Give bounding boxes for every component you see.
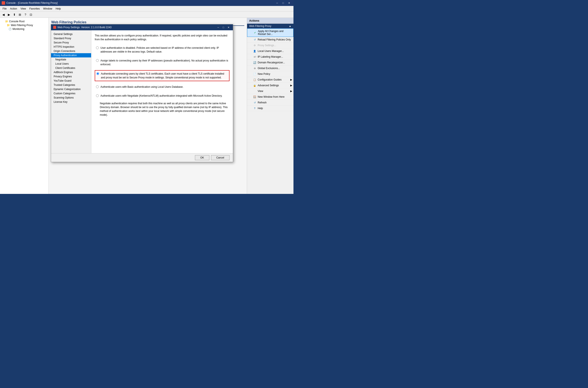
action-view[interactable]: View ▶ — [247, 88, 293, 94]
sidebar-proxy-authentication[interactable]: Proxy Authentication — [51, 53, 91, 57]
action-new-policy[interactable]: 📄 New Policy — [247, 71, 293, 77]
ok-button[interactable]: OK — [195, 155, 209, 160]
dialog-close[interactable]: ✕ — [226, 25, 231, 29]
action-label: New Window from Here — [258, 95, 284, 98]
content-area: Web Filtering Policies Web Proxy Setting… — [49, 18, 247, 194]
help-button[interactable]: ? — [23, 12, 28, 17]
action-label: Configuration Guides — [258, 78, 282, 81]
action-label: Local Users Manager... — [258, 49, 284, 52]
radio-input-5[interactable] — [96, 94, 99, 97]
action-local-users[interactable]: 👤 Local Users Manager... — [247, 48, 293, 54]
action-label: Refresh — [258, 101, 267, 104]
radio-input-4[interactable] — [96, 85, 99, 88]
action-label: Proxy Settings... — [258, 44, 276, 47]
intro-text: This section allows you to configure pro… — [95, 34, 230, 41]
action-label: Reload Filtering Policies Only — [258, 38, 291, 41]
window-icon: 🪟 — [253, 95, 256, 98]
dialog-title: Web Proxy Settings. Version: 2.1.0.0 Bui… — [57, 26, 112, 29]
folder-icon: 📁 — [5, 20, 8, 23]
dialog-minimize[interactable]: ─ — [216, 25, 221, 29]
dialog-title-bar: Web Proxy Settings. Version: 2.1.0.0 Bui… — [51, 24, 233, 30]
toolbar: ◀ ▶ ⬆ ⊞ ? ⊡ — [0, 11, 293, 18]
menu-item-file[interactable]: File — [1, 7, 8, 11]
label-icon: 🏷 — [253, 55, 256, 58]
action-proxy-settings: ⚙ Proxy Settings... — [247, 43, 293, 48]
action-global-exclusions[interactable]: ⊖ Global Exclusions... — [247, 66, 293, 71]
dialog-body: General Settings Standard Proxy Secure P… — [51, 30, 233, 153]
action-help[interactable]: ? Help — [247, 105, 293, 111]
action-label: Domain Recategorizer... — [258, 61, 285, 64]
action-label: New Policy — [258, 73, 270, 75]
sidebar-dynamic-categorization[interactable]: Dynamic Categorization — [51, 87, 91, 91]
back-button[interactable]: ◀ — [1, 12, 6, 17]
action-label: Apply All Changes and Restart Ser... — [258, 30, 291, 36]
arrow-icon: ▶ — [290, 78, 292, 81]
sidebar-scanning-options[interactable]: Scanning Options — [51, 96, 91, 100]
menu-item-view[interactable]: View — [19, 7, 28, 11]
action-label: View — [258, 90, 263, 93]
action-domain-recategorizer[interactable]: 🔄 Domain Recategorizer... — [247, 60, 293, 66]
nav-item-monitoring[interactable]: 🕐 Monitoring — [0, 27, 48, 31]
radio-option-1: User authentication is disabled. Policie… — [95, 45, 230, 55]
sidebar-adblock-engines[interactable]: AdBlock Engines — [51, 70, 91, 74]
sidebar-https-inspection[interactable]: HTTPS Inspection — [51, 45, 91, 49]
sidebar-youtube-guard[interactable]: YouTube Guard — [51, 79, 91, 83]
actions-header: Actions — [247, 18, 293, 24]
dialog-maximize[interactable]: □ — [221, 25, 226, 29]
sidebar-client-certificates[interactable]: Client Certificates — [51, 66, 91, 70]
guides-icon: 📋 — [253, 78, 256, 81]
maximize-button[interactable]: □ — [280, 1, 286, 5]
action-reload-filtering[interactable]: ↺ Reload Filtering Policies Only — [247, 37, 293, 43]
sidebar-general-settings[interactable]: General Settings — [51, 32, 91, 36]
action-config-guides[interactable]: 📋 Configuration Guides ▶ — [247, 77, 293, 83]
action-refresh[interactable]: ↺ Refresh — [247, 100, 293, 105]
show-hide-button[interactable]: ⊞ — [17, 12, 23, 17]
minimize-button[interactable]: ─ — [274, 1, 280, 5]
action-label: IP Labeling Manager... — [258, 55, 283, 58]
menu-item-window[interactable]: Window — [42, 7, 54, 11]
sidebar-origin-connections[interactable]: Origin Connections — [51, 49, 91, 53]
action-advanced-settings[interactable]: 🔒 Advanced Settings ▶ — [247, 83, 293, 88]
app-icon — [2, 1, 5, 5]
menu-item-favorites[interactable]: Favorites — [28, 7, 42, 11]
close-button[interactable]: ✕ — [286, 1, 292, 5]
up-button[interactable]: ⬆ — [12, 12, 17, 17]
sidebar-license-key[interactable]: License Key — [51, 100, 91, 104]
recategorize-icon: 🔄 — [253, 61, 256, 64]
action-new-window[interactable]: 🪟 New Window from Here — [247, 94, 293, 100]
radio-input-3[interactable] — [96, 72, 99, 75]
forward-button[interactable]: ▶ — [6, 12, 11, 17]
menu-item-action[interactable]: Action — [8, 7, 19, 11]
title-bar: Console - [Console Root\Web Filtering Pr… — [0, 0, 293, 6]
nav-item-console-root[interactable]: 📁 Console Root — [0, 20, 48, 23]
nav-item-web-filtering-proxy[interactable]: 📁 Web Filtering Proxy — [0, 23, 48, 27]
sidebar-secure-proxy[interactable]: Secure Proxy — [51, 41, 91, 45]
action-ip-labeling[interactable]: 🏷 IP Labeling Manager... — [247, 54, 293, 60]
sidebar-trusted-categories[interactable]: Trusted Categories — [51, 83, 91, 87]
menu-item-help[interactable]: Help — [54, 7, 63, 11]
view-button[interactable]: ⊡ — [28, 12, 33, 17]
dialog-icon — [53, 26, 56, 29]
radio-input-2[interactable] — [96, 59, 99, 62]
sidebar-custom-categories[interactable]: Custom Categories — [51, 91, 91, 96]
dialog-footer: OK Cancel — [51, 153, 233, 162]
radio-text-3: Authenticate connecting users by client … — [101, 72, 228, 79]
refresh-icon: ↺ — [253, 101, 256, 104]
action-apply-all[interactable]: ✔ Apply All Changes and Restart Ser... — [247, 28, 293, 37]
sidebar-standard-proxy[interactable]: Standard Proxy — [51, 36, 91, 41]
new-policy-icon: 📄 — [253, 72, 256, 76]
sidebar-negotiate[interactable]: Negotiate — [51, 57, 91, 62]
sidebar-local-users[interactable]: Local Users — [51, 62, 91, 66]
collapse-icon[interactable]: ▲ — [289, 24, 291, 27]
action-label: Global Exclusions... — [258, 67, 280, 70]
reload-icon: ↺ — [253, 38, 256, 41]
cancel-button[interactable]: Cancel — [211, 155, 230, 160]
radio-input-1[interactable] — [96, 47, 99, 49]
folder-blue-icon: 📁 — [7, 24, 10, 27]
radio-text-2: Assign labels to connecting users by the… — [100, 59, 228, 66]
arrow-icon: ▶ — [290, 84, 292, 87]
dialog-overlay: Web Proxy Settings. Version: 2.1.0.0 Bui… — [49, 18, 247, 194]
clock-icon: 🕐 — [8, 27, 12, 30]
sidebar-privacy-engines[interactable]: Privacy Engines — [51, 74, 91, 79]
dialog-controls: ─ □ ✕ — [216, 25, 231, 29]
